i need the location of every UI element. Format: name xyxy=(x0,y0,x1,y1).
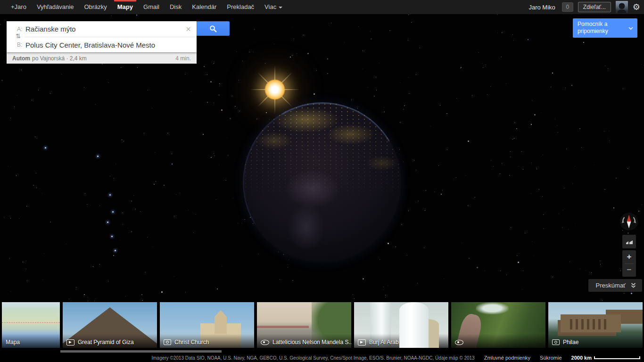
carousel-tile-great-pyramid[interactable]: Great Pyramid of Giza xyxy=(63,302,157,348)
tile-text: Mapa xyxy=(6,339,20,346)
swap-route-icon[interactable]: ⇅ xyxy=(16,33,21,40)
destination-field[interactable]: Polus City Center, Bratislava-Nové Mesto xyxy=(25,41,155,49)
topbar-item-plusjaro[interactable]: +Jaro xyxy=(6,0,32,14)
top-nav: +Jaro Vyhľadávanie Obrázky Mapy Gmail Di… xyxy=(0,0,288,14)
explore-button[interactable]: Preskúmať xyxy=(588,279,642,292)
search-icon xyxy=(209,25,217,33)
search-button[interactable] xyxy=(197,21,230,36)
directions-box: A: Račianske mýto × ⇅ B: Polus City Cent… xyxy=(7,21,197,52)
destination-label: B: xyxy=(17,41,25,48)
tile-text: Great Pyramid of Giza xyxy=(78,339,134,346)
notifications-badge[interactable]: 0 xyxy=(562,2,573,12)
double-chevron-down-icon xyxy=(630,282,636,288)
gear-icon[interactable]: ⚙ xyxy=(633,0,640,14)
user-name[interactable]: Jaro Miko xyxy=(528,4,557,11)
camera-icon xyxy=(164,339,171,345)
privacy-link[interactable]: Súkromie xyxy=(540,355,561,361)
terms-link[interactable]: Zmluvné podmienky xyxy=(484,355,530,361)
explore-label: Preskúmať xyxy=(596,282,626,289)
google-maps-window: +Jaro Vyhľadávanie Obrázky Mapy Gmail Di… xyxy=(0,0,644,362)
carousel-tile-burj-al-arab[interactable]: Burj Al Arab - Dubai xyxy=(354,302,448,348)
zoom-in-button[interactable]: + xyxy=(622,250,636,263)
row-divider: ⇅ xyxy=(25,37,197,37)
carousel-scrollbar[interactable] xyxy=(60,350,222,353)
carousel-scroll-track xyxy=(0,348,644,354)
carousel-tile-philae[interactable]: Philae xyxy=(548,302,643,348)
photo-tour-icon xyxy=(66,339,74,346)
camera-icon xyxy=(552,339,560,345)
sun xyxy=(264,79,285,100)
route-detail: po Vajnorská · 2,4 km xyxy=(32,55,87,62)
tile-text: Philae xyxy=(563,339,578,346)
topbar-item-maps-active[interactable]: Mapy xyxy=(112,0,138,14)
carousel-tile-map[interactable]: Mapa xyxy=(2,302,60,348)
photo-tour-icon xyxy=(358,339,366,346)
photosphere-icon xyxy=(455,340,463,345)
origin-row: A: Račianske mýto × xyxy=(7,21,197,37)
topbar-item-calendar[interactable]: Kalendár xyxy=(187,0,222,14)
tile-label: Christ Church xyxy=(160,334,254,348)
clear-route-button[interactable]: × xyxy=(180,21,197,37)
tile-label: Mapa xyxy=(2,334,60,348)
photosphere-icon xyxy=(261,340,269,345)
map-viewport[interactable]: A: Račianske mýto × ⇅ B: Polus City Cent… xyxy=(0,14,644,302)
caret-down-icon xyxy=(279,7,282,8)
carousel-tile-christ-church[interactable]: Christ Church xyxy=(160,302,254,348)
zoom-control: + − xyxy=(622,250,636,277)
earth-globe[interactable] xyxy=(243,102,401,263)
scale-label: 2000 km xyxy=(571,355,592,361)
route-duration: 4 min. xyxy=(175,55,191,62)
imagery-attribution: Imagery ©2013 Data SIO, NOAA, U.S. Navy,… xyxy=(151,355,474,361)
carousel-tile-garden[interactable] xyxy=(451,302,545,348)
photo-carousel: Mapa Great Pyramid of Giza Christ Church… xyxy=(0,302,644,348)
tile-label: Burj Al Arab - Dubai xyxy=(354,334,448,348)
tile-label: Great Pyramid of Giza xyxy=(63,334,157,348)
map-scale: 2000 km xyxy=(571,355,640,361)
tile-text: Christ Church xyxy=(174,339,209,346)
origin-label: A: xyxy=(17,26,25,33)
zoom-out-button[interactable]: − xyxy=(622,264,636,277)
help-feedback-button[interactable]: Pomocník a pripomienky xyxy=(573,18,637,38)
directions-panel: A: Račianske mýto × ⇅ B: Polus City Cent… xyxy=(7,21,230,64)
avatar[interactable] xyxy=(616,1,628,13)
tile-text: Burj Al Arab - Dubai xyxy=(369,339,419,346)
topbar-item-images[interactable]: Obrázky xyxy=(79,0,112,14)
topbar-item-translate[interactable]: Prekladač xyxy=(222,0,259,14)
topbar-item-search[interactable]: Vyhľadávanie xyxy=(32,0,79,14)
footer-bar: Imagery ©2013 Data SIO, NOAA, U.S. Navy,… xyxy=(0,354,644,362)
chevron-down-icon xyxy=(628,26,634,30)
route-mode: Autom xyxy=(12,55,30,62)
share-button[interactable]: Zdieľať... xyxy=(578,2,611,12)
topbar-item-drive[interactable]: Disk xyxy=(165,0,187,14)
top-bar-right: Jaro Miko 0 Zdieľať... ⚙ xyxy=(528,0,644,14)
google-top-bar: +Jaro Vyhľadávanie Obrázky Mapy Gmail Di… xyxy=(0,0,644,14)
tile-text: Lattelicious Nelson Mandela S... xyxy=(272,339,351,346)
tile-label xyxy=(451,334,545,348)
help-feedback-label: Pomocník a pripomienky xyxy=(578,21,608,34)
tile-label: Lattelicious Nelson Mandela S... xyxy=(257,334,351,348)
destination-row: B: Polus City Center, Bratislava-Nové Me… xyxy=(7,37,197,52)
topbar-item-more[interactable]: Viac xyxy=(259,0,288,14)
compass-control[interactable] xyxy=(619,212,638,231)
topbar-more-label: Viac xyxy=(264,3,276,10)
topbar-item-gmail[interactable]: Gmail xyxy=(138,0,165,14)
tilt-control[interactable] xyxy=(622,235,636,248)
tilt-icon xyxy=(625,239,634,245)
carousel-tile-lattelicious[interactable]: Lattelicious Nelson Mandela S... xyxy=(257,302,351,348)
origin-field[interactable]: Račianske mýto xyxy=(25,25,76,33)
tile-label: Philae xyxy=(548,334,643,348)
scale-bar xyxy=(594,356,640,359)
city-lights-texture xyxy=(243,102,401,263)
route-summary[interactable]: Autom po Vajnorská · 2,4 km 4 min. xyxy=(7,52,197,64)
